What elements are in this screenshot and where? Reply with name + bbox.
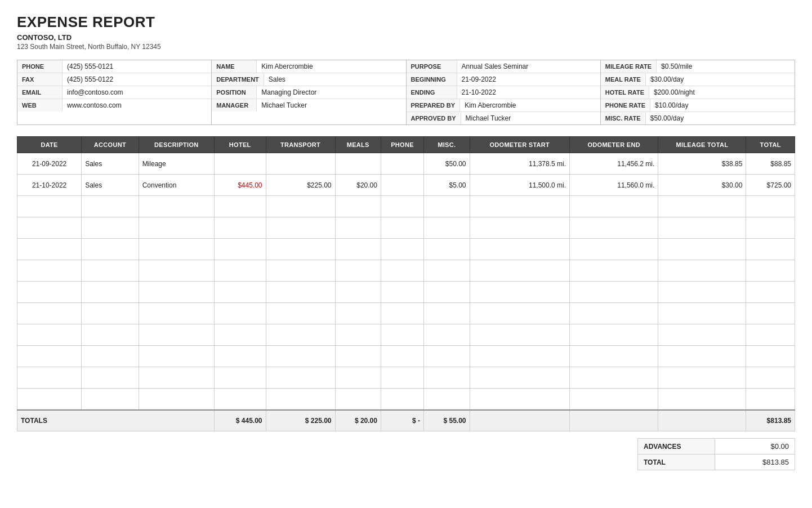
table-cell-empty [139,324,214,346]
table-cell-empty [17,303,82,324]
table-cell-empty [139,303,214,324]
table-cell-empty [335,367,381,389]
table-cell-empty [139,282,214,303]
trip-row: PURPOSEAnnual Sales Seminar [407,60,600,73]
rate-value: $30.00/day [646,73,688,86]
rate-row: HOTEL RATE$200.00/night [601,86,795,99]
company-address: 123 South Main Street, North Buffalo, NY… [17,43,795,51]
table-cell-empty [214,196,266,217]
table-cell-empty [139,389,214,410]
table-cell-empty [570,239,658,260]
totals-cell: $ 20.00 [335,410,381,431]
table-cell-empty [470,282,570,303]
employee-row: DEPARTMENTSales [212,73,405,86]
table-cell-empty [658,367,746,389]
table-cell-empty [335,303,381,324]
contact-label: EMAIL [17,86,63,99]
table-cell-empty [17,346,82,367]
table-cell-empty [746,196,795,217]
table-cell-empty [381,303,423,324]
table-cell-empty [470,196,570,217]
table-cell: 11,456.2 mi. [570,153,658,175]
employee-label: NAME [212,60,257,73]
table-cell-empty [658,196,746,217]
trip-value: 21-09-2022 [457,73,501,86]
rate-value: $50.00/day [646,112,688,124]
contact-label: FAX [17,73,63,86]
table-cell [335,153,381,175]
table-cell-empty [746,303,795,324]
table-cell-empty [746,389,795,410]
table-cell-empty [570,282,658,303]
table-cell-empty [335,324,381,346]
totals-cell [570,410,658,431]
table-cell-empty [335,217,381,239]
table-cell-empty [214,239,266,260]
table-cell-empty [424,389,470,410]
table-cell: Convention [139,175,214,196]
table-cell-empty [424,303,470,324]
table-header: HOTEL [214,137,266,153]
employee-block: NAMEKim AbercrombieDEPARTMENTSalesPOSITI… [212,60,406,125]
totals-cell: $ 445.00 [214,410,266,431]
table-cell-empty [381,367,423,389]
table-cell-empty [746,239,795,260]
table-cell: $5.00 [424,175,470,196]
table-header: MISC. [424,137,470,153]
table-cell: Sales [82,153,139,175]
table-cell-empty [266,367,335,389]
table-cell: $725.00 [746,175,795,196]
table-cell-empty [266,346,335,367]
employee-value: Managing Director [257,86,321,99]
table-cell-empty [82,196,139,217]
trip-row: ENDING21-10-2022 [407,86,600,99]
info-section: PHONE(425) 555-0121FAX(425) 555-0122EMAI… [17,60,795,125]
expense-table: DATEACCOUNTDESCRIPTIONHOTELTRANSPORTMEAL… [17,136,795,431]
table-cell-empty [214,367,266,389]
table-cell-empty [470,239,570,260]
table-cell-empty [82,303,139,324]
table-cell-empty [266,282,335,303]
table-row-empty [17,217,795,239]
table-cell-empty [570,196,658,217]
table-header: TOTAL [746,137,795,153]
table-cell-empty [424,282,470,303]
table-header: DATE [17,137,82,153]
table-cell-empty [470,303,570,324]
table-cell-empty [266,239,335,260]
table-cell-empty [214,346,266,367]
table-cell: 11,378.5 mi. [470,153,570,175]
table-cell-empty [381,282,423,303]
employee-row: POSITIONManaging Director [212,86,405,99]
advances-label: ADVANCES [638,439,715,454]
table-cell-empty [266,217,335,239]
table-cell-empty [746,324,795,346]
table-cell [381,153,423,175]
totals-cell: $ - [381,410,423,431]
table-row: 21-09-2022SalesMileage$50.0011,378.5 mi.… [17,153,795,175]
table-row-empty [17,389,795,410]
table-cell-empty [381,389,423,410]
table-cell-empty [424,217,470,239]
summary-table: ADVANCES $0.00 TOTAL $813.85 [637,438,795,470]
report-title: EXPENSE REPORT [17,14,795,31]
contact-row: PHONE(425) 555-0121 [17,60,211,73]
table-cell-empty [335,196,381,217]
table-cell-empty [17,239,82,260]
contact-value: (425) 555-0121 [63,60,118,73]
table-cell-empty [570,260,658,282]
table-cell-empty [381,196,423,217]
rate-label: MILEAGE RATE [601,60,657,73]
table-cell-empty [424,196,470,217]
table-cell-empty [381,324,423,346]
table-cell-empty [214,303,266,324]
rate-label: MISC. RATE [601,112,646,124]
table-cell-empty [658,303,746,324]
rate-value: $10.00/day [650,99,693,112]
table-cell-empty [746,346,795,367]
table-cell-empty [266,303,335,324]
table-cell-empty [570,303,658,324]
table-cell-empty [424,260,470,282]
table-cell-empty [266,324,335,346]
table-cell-empty [746,367,795,389]
